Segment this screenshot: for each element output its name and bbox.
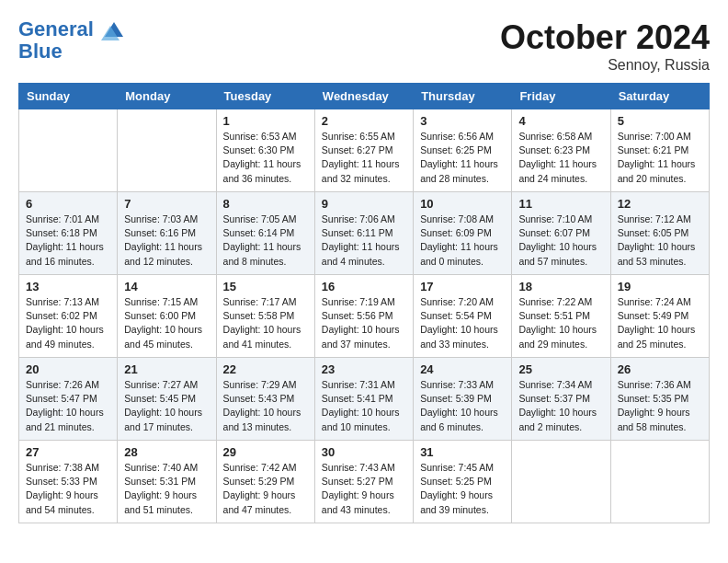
sunrise-text: Sunrise: 6:55 AM <box>322 131 395 142</box>
sunrise-text: Sunrise: 7:13 AM <box>26 296 99 307</box>
day-number: 28 <box>124 445 209 459</box>
cell-content: Sunrise: 7:45 AM Sunset: 5:25 PM Dayligh… <box>420 461 505 517</box>
daylight-text: Daylight: 9 hours and 43 minutes. <box>322 489 394 514</box>
calendar-cell: 4 Sunrise: 6:58 AM Sunset: 6:23 PM Dayli… <box>512 109 610 192</box>
day-number: 16 <box>322 280 406 293</box>
cell-content: Sunrise: 7:20 AM Sunset: 5:54 PM Dayligh… <box>420 295 505 351</box>
logo: General Blue <box>18 18 127 63</box>
sunrise-text: Sunrise: 7:00 AM <box>618 131 691 142</box>
sunset-text: Sunset: 6:27 PM <box>322 144 393 155</box>
sunset-text: Sunset: 6:07 PM <box>518 227 590 238</box>
sunrise-text: Sunrise: 7:12 AM <box>618 213 691 224</box>
calendar-cell: 11 Sunrise: 7:10 AM Sunset: 6:07 PM Dayl… <box>512 192 610 275</box>
cell-content: Sunrise: 7:05 AM Sunset: 6:14 PM Dayligh… <box>223 213 308 269</box>
cell-content: Sunrise: 7:43 AM Sunset: 5:27 PM Dayligh… <box>322 461 406 517</box>
cell-content: Sunrise: 7:29 AM Sunset: 5:43 PM Dayligh… <box>223 378 308 434</box>
sunset-text: Sunset: 5:56 PM <box>322 310 393 321</box>
logo-icon <box>101 20 127 40</box>
weekday-header: Sunday <box>19 84 118 109</box>
cell-content: Sunrise: 7:33 AM Sunset: 5:39 PM Dayligh… <box>420 378 505 434</box>
cell-content: Sunrise: 7:06 AM Sunset: 6:11 PM Dayligh… <box>322 213 406 269</box>
cell-content: Sunrise: 7:36 AM Sunset: 5:35 PM Dayligh… <box>618 378 702 434</box>
sunset-text: Sunset: 5:41 PM <box>322 393 393 404</box>
daylight-text: Daylight: 11 hours and 8 minutes. <box>223 241 301 266</box>
day-number: 19 <box>618 280 702 293</box>
calendar-cell: 1 Sunrise: 6:53 AM Sunset: 6:30 PM Dayli… <box>216 109 314 192</box>
day-number: 5 <box>618 114 702 128</box>
daylight-text: Daylight: 10 hours and 13 minutes. <box>223 407 301 431</box>
cell-content: Sunrise: 7:12 AM Sunset: 6:05 PM Dayligh… <box>618 213 702 269</box>
calendar-cell: 29 Sunrise: 7:42 AM Sunset: 5:29 PM Dayl… <box>216 441 314 523</box>
sunrise-text: Sunrise: 7:06 AM <box>322 213 395 224</box>
day-number: 30 <box>322 445 406 459</box>
sunset-text: Sunset: 5:33 PM <box>26 476 97 487</box>
sunrise-text: Sunrise: 7:05 AM <box>223 213 297 224</box>
sunrise-text: Sunrise: 7:24 AM <box>618 296 691 307</box>
sunset-text: Sunset: 6:05 PM <box>618 227 689 238</box>
month-title: October 2024 <box>500 18 710 57</box>
calendar-cell: 23 Sunrise: 7:31 AM Sunset: 5:41 PM Dayl… <box>314 358 413 441</box>
calendar-cell <box>512 441 610 523</box>
daylight-text: Daylight: 10 hours and 10 minutes. <box>322 407 400 431</box>
calendar-cell: 31 Sunrise: 7:45 AM Sunset: 5:25 PM Dayl… <box>414 441 512 523</box>
day-number: 25 <box>518 362 603 376</box>
daylight-text: Daylight: 10 hours and 25 minutes. <box>618 324 696 349</box>
calendar-cell: 30 Sunrise: 7:43 AM Sunset: 5:27 PM Dayl… <box>314 441 413 523</box>
weekday-header: Wednesday <box>314 84 413 109</box>
calendar-cell: 7 Sunrise: 7:03 AM Sunset: 6:16 PM Dayli… <box>118 192 216 275</box>
day-number: 12 <box>618 197 702 211</box>
day-number: 20 <box>26 362 110 376</box>
day-number: 9 <box>322 197 406 211</box>
sunset-text: Sunset: 5:31 PM <box>124 476 196 487</box>
sunset-text: Sunset: 6:23 PM <box>518 144 590 155</box>
daylight-text: Daylight: 10 hours and 17 minutes. <box>124 407 202 431</box>
cell-content: Sunrise: 7:24 AM Sunset: 5:49 PM Dayligh… <box>618 295 702 351</box>
daylight-text: Daylight: 9 hours and 39 minutes. <box>420 489 493 514</box>
sunset-text: Sunset: 5:29 PM <box>223 476 295 487</box>
calendar-week-row: 13 Sunrise: 7:13 AM Sunset: 6:02 PM Dayl… <box>19 275 710 358</box>
calendar-cell: 20 Sunrise: 7:26 AM Sunset: 5:47 PM Dayl… <box>19 358 118 441</box>
sunrise-text: Sunrise: 7:01 AM <box>26 213 99 224</box>
cell-content: Sunrise: 7:38 AM Sunset: 5:33 PM Dayligh… <box>26 461 110 517</box>
daylight-text: Daylight: 10 hours and 29 minutes. <box>518 324 597 349</box>
sunrise-text: Sunrise: 7:34 AM <box>518 379 592 390</box>
daylight-text: Daylight: 9 hours and 54 minutes. <box>26 489 98 514</box>
day-number: 1 <box>223 114 308 128</box>
sunrise-text: Sunrise: 7:17 AM <box>223 296 297 307</box>
sunset-text: Sunset: 6:14 PM <box>223 227 295 238</box>
sunset-text: Sunset: 5:37 PM <box>518 393 590 404</box>
calendar-cell: 27 Sunrise: 7:38 AM Sunset: 5:33 PM Dayl… <box>19 441 118 523</box>
calendar-cell: 18 Sunrise: 7:22 AM Sunset: 5:51 PM Dayl… <box>512 275 610 358</box>
sunrise-text: Sunrise: 7:26 AM <box>26 379 99 390</box>
calendar-body: 1 Sunrise: 6:53 AM Sunset: 6:30 PM Dayli… <box>19 109 710 523</box>
daylight-text: Daylight: 11 hours and 20 minutes. <box>618 158 696 183</box>
day-number: 17 <box>420 280 505 293</box>
daylight-text: Daylight: 10 hours and 45 minutes. <box>124 324 202 349</box>
day-number: 11 <box>518 197 603 211</box>
calendar-week-row: 27 Sunrise: 7:38 AM Sunset: 5:33 PM Dayl… <box>19 441 710 523</box>
day-number: 23 <box>322 362 406 376</box>
sunrise-text: Sunrise: 7:38 AM <box>26 462 99 473</box>
sunrise-text: Sunrise: 7:03 AM <box>124 213 198 224</box>
sunset-text: Sunset: 5:54 PM <box>420 310 492 321</box>
calendar-cell: 28 Sunrise: 7:40 AM Sunset: 5:31 PM Dayl… <box>118 441 216 523</box>
sunrise-text: Sunrise: 7:45 AM <box>420 462 494 473</box>
daylight-text: Daylight: 11 hours and 16 minutes. <box>26 241 104 266</box>
calendar-table: SundayMondayTuesdayWednesdayThursdayFrid… <box>18 83 710 523</box>
calendar-cell: 21 Sunrise: 7:27 AM Sunset: 5:45 PM Dayl… <box>118 358 216 441</box>
day-number: 29 <box>223 445 308 459</box>
daylight-text: Daylight: 11 hours and 4 minutes. <box>322 241 400 266</box>
weekday-header: Thursday <box>414 84 512 109</box>
calendar-cell: 12 Sunrise: 7:12 AM Sunset: 6:05 PM Dayl… <box>610 192 709 275</box>
daylight-text: Daylight: 10 hours and 53 minutes. <box>618 241 696 266</box>
sunrise-text: Sunrise: 6:58 AM <box>518 131 592 142</box>
calendar-week-row: 1 Sunrise: 6:53 AM Sunset: 6:30 PM Dayli… <box>19 109 710 192</box>
daylight-text: Daylight: 9 hours and 58 minutes. <box>618 407 690 431</box>
calendar-cell: 8 Sunrise: 7:05 AM Sunset: 6:14 PM Dayli… <box>216 192 314 275</box>
daylight-text: Daylight: 10 hours and 6 minutes. <box>420 407 498 431</box>
daylight-text: Daylight: 11 hours and 28 minutes. <box>420 158 498 183</box>
page-header: General Blue October 2024 Sennoy, Russia <box>18 18 710 74</box>
day-number: 26 <box>618 362 702 376</box>
calendar-cell: 6 Sunrise: 7:01 AM Sunset: 6:18 PM Dayli… <box>19 192 118 275</box>
sunset-text: Sunset: 5:27 PM <box>322 476 393 487</box>
